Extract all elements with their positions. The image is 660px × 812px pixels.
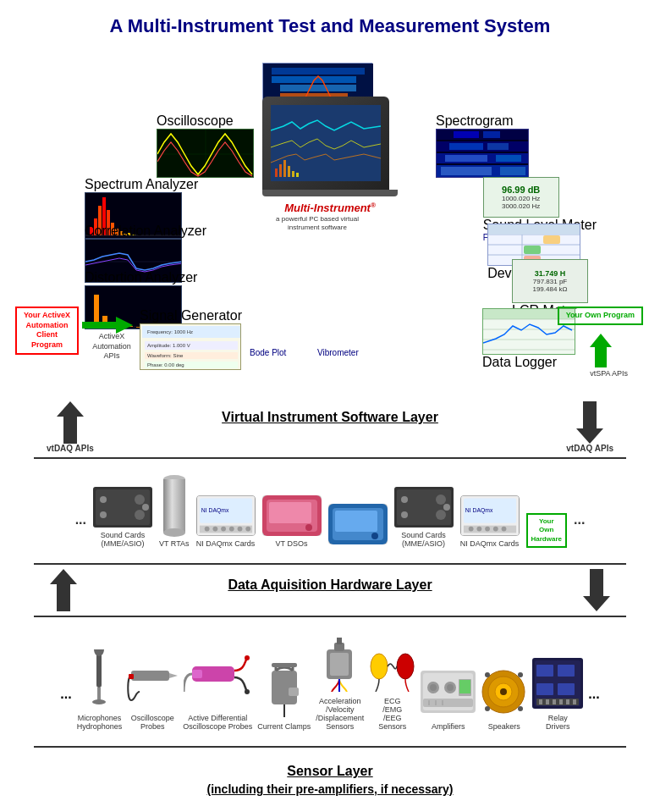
- svg-rect-13: [483, 131, 500, 138]
- svg-rect-3: [280, 85, 356, 91]
- svg-point-114: [401, 511, 408, 518]
- svg-rect-175: [553, 699, 556, 704]
- slm-freq1: 1000.020 Hz: [502, 195, 540, 202]
- amplifier-img: [421, 666, 476, 719]
- vtdaq-left-label: vtDAQ APIs: [47, 444, 94, 453]
- daq-arrow-up: [47, 569, 80, 611]
- current-clamp-img: [263, 658, 305, 719]
- svg-point-121: [492, 527, 498, 532]
- software-name-area: Multi-Instrument® a powerful PC based vi…: [262, 200, 398, 233]
- oscilloscope-box: Oscilloscope: [157, 113, 254, 178]
- spectrogram-box: Spectrogram: [436, 113, 529, 178]
- your-program-arrow: [588, 334, 613, 367]
- svg-rect-18: [445, 155, 487, 162]
- current-clamp-item: Current Clamps: [257, 658, 311, 731]
- speaker-img: [481, 666, 527, 719]
- sig-gen-screen: Frequency: 1000 Hz Amplitude: 1.000 V Wa…: [140, 323, 241, 370]
- sound-card-right: Sound Cards (MME/ASIO): [394, 487, 454, 548]
- svg-rect-83: [96, 489, 150, 525]
- vt-dso-blue-img: [328, 504, 388, 544]
- svg-point-129: [92, 699, 106, 704]
- microphone-label: Microphones Hydrophones: [77, 714, 123, 731]
- ni-daqmx-left-img: NI DAQmx: [196, 495, 256, 536]
- svg-point-112: [436, 510, 446, 520]
- current-clamp-label: Current Clamps: [257, 722, 311, 731]
- daq-layer-label: Data Aquisition Hardware Layer: [228, 569, 432, 596]
- vt-rta-img: [162, 474, 187, 539]
- sig-gen-label: Signal Generator: [140, 308, 242, 323]
- laptop-base: [262, 190, 398, 196]
- lcr-screen: 31.749 H 797.831 pF 199.484 kΩ: [512, 259, 588, 303]
- daq-arrow-left-block: [47, 569, 80, 611]
- svg-point-113: [401, 496, 408, 503]
- svg-rect-78: [292, 171, 294, 177]
- svg-rect-177: [566, 699, 569, 704]
- svg-point-122: [501, 527, 506, 532]
- svg-rect-75: [279, 164, 282, 177]
- svg-rect-1: [272, 68, 365, 75]
- svg-rect-11: [437, 130, 529, 140]
- hardware-section: ··· Sound Cards (MME/ASIO): [34, 457, 626, 565]
- ecg-sensor-img: [369, 641, 415, 693]
- svg-rect-130: [131, 671, 169, 681]
- svg-marker-72: [590, 334, 612, 367]
- speaker-item: Speakers: [481, 666, 527, 731]
- ni-daqmx-right-label: NI DAQmx Cards: [460, 539, 520, 548]
- svg-point-162: [485, 672, 490, 677]
- svg-rect-170: [536, 683, 553, 695]
- sound-card-left: Sound Cards (MME/ASIO): [93, 487, 152, 548]
- svg-rect-107: [335, 511, 377, 532]
- osc-probe-img: [127, 649, 178, 710]
- svg-rect-15: [449, 143, 483, 150]
- svg-rect-76: [283, 160, 286, 177]
- sensor-layer-sublabel: (including their pre-amplifiers, if nece…: [0, 782, 660, 796]
- svg-point-94: [204, 527, 209, 532]
- svg-marker-131: [169, 673, 178, 678]
- svg-point-87: [100, 511, 107, 518]
- svg-point-135: [245, 655, 250, 660]
- svg-point-151: [447, 684, 454, 691]
- sensor-layer-area: Sensor Layer (including their pre-amplif…: [0, 752, 660, 812]
- microphone-img: [90, 649, 108, 710]
- svg-rect-128: [97, 688, 101, 700]
- svg-marker-56: [82, 317, 133, 334]
- your-program-arrow-area: [588, 334, 613, 367]
- svg-rect-176: [559, 699, 563, 704]
- svg-rect-154: [423, 699, 473, 707]
- speaker-label: Speakers: [488, 722, 520, 731]
- svg-point-95: [212, 527, 217, 532]
- svg-rect-134: [192, 670, 202, 678]
- bode-plot-label: Bode Plot: [250, 348, 286, 357]
- svg-rect-103: [269, 502, 311, 523]
- microphone-item: Microphones Hydrophones: [77, 649, 123, 731]
- vtdaq-right-label: vtDAQ APIs: [566, 444, 613, 453]
- svg-point-118: [468, 527, 473, 532]
- lcr-ko: 199.484 kΩ: [532, 285, 567, 293]
- vt-dso-img: [262, 495, 322, 536]
- svg-point-163: [518, 672, 523, 677]
- svg-rect-168: [536, 665, 553, 677]
- svg-point-99: [245, 527, 250, 532]
- svg-rect-46: [543, 235, 560, 244]
- relay-driver-img: [532, 658, 583, 710]
- svg-point-90: [163, 528, 185, 537]
- ni-daqmx-left: NI DAQmx NI DAQmx Cards: [196, 495, 256, 548]
- svg-marker-125: [583, 569, 610, 611]
- hardware-items-row: ··· Sound Cards (MME/ASIO): [34, 467, 626, 555]
- svg-rect-153: [459, 680, 470, 693]
- oscilloscope-screen: [157, 129, 254, 178]
- svg-text:Waveform: Sine: Waveform: Sine: [147, 353, 184, 358]
- sound-card-right-img: [394, 487, 454, 528]
- ni-daqmx-left-label: NI DAQmx Cards: [196, 539, 256, 548]
- spectrogram-label: Spectrogram: [436, 113, 514, 128]
- ni-daqmx-right: NI DAQmx NI DAQmx Cards: [460, 495, 520, 548]
- sound-card-left-img: [93, 487, 152, 528]
- svg-rect-173: [539, 699, 542, 704]
- activex-line3: Client Program: [31, 330, 63, 349]
- svg-point-86: [100, 496, 107, 503]
- oscilloscope-label: Oscilloscope: [157, 113, 234, 128]
- correlation-label: Correlation Analyzer: [85, 224, 206, 238]
- vt-dso-item: VT DSOs: [262, 495, 322, 548]
- svg-marker-124: [50, 569, 77, 611]
- vt-dso-label: VT DSOs: [276, 539, 308, 548]
